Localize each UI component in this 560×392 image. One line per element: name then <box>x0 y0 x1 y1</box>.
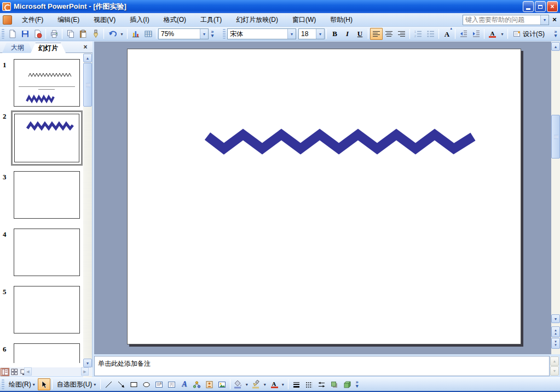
shadow-style-button[interactable] <box>328 378 340 390</box>
italic-button[interactable]: I <box>341 28 354 40</box>
panel-close-button[interactable]: × <box>82 43 89 51</box>
notes-pane[interactable]: 单击此处添加备注 <box>94 356 550 376</box>
toolbar-options-button[interactable]: » ▾ <box>552 27 559 40</box>
align-center-button[interactable] <box>383 28 395 40</box>
numbered-list-button[interactable]: 12 <box>412 28 424 40</box>
rectangle-tool-button[interactable] <box>128 378 140 390</box>
three-d-style-button[interactable] <box>340 378 353 390</box>
fill-color-button[interactable] <box>232 378 243 390</box>
next-slide-button[interactable]: ▼▼ <box>551 338 560 349</box>
bullet-list-button[interactable] <box>424 28 437 40</box>
tab-slides[interactable]: 幻灯片 <box>31 43 66 53</box>
copy-button[interactable] <box>64 28 77 40</box>
slide-sorter-view-button[interactable] <box>10 368 19 376</box>
wordart-button[interactable]: A <box>178 378 190 390</box>
slide-thumbnail-1[interactable] <box>14 59 80 107</box>
panel-hscroll-left-button[interactable]: ◀ <box>24 367 32 376</box>
restore-button[interactable] <box>535 1 546 12</box>
notes-scroll-down-button[interactable]: ▼ <box>550 366 559 376</box>
select-objects-button[interactable] <box>38 378 50 390</box>
fill-color-dropdown-button[interactable]: ▾ <box>243 378 250 390</box>
line-tool-button[interactable] <box>102 378 115 390</box>
menu-edit[interactable]: 编辑(E) <box>52 13 85 27</box>
decrease-indent-button[interactable] <box>457 28 470 40</box>
menu-format[interactable]: 格式(O) <box>158 13 192 27</box>
format-painter-button[interactable] <box>89 28 102 40</box>
toolbar-drag-handle[interactable] <box>2 379 4 389</box>
draw-menu-button[interactable]: 绘图(R) ▾ <box>6 379 38 390</box>
panel-scroll-down-button[interactable]: ▼ <box>83 359 92 367</box>
diagram-button[interactable] <box>190 378 203 390</box>
line-color-button[interactable] <box>250 378 261 390</box>
toolbar-drag-handle[interactable] <box>223 29 226 39</box>
zoom-dropdown-button[interactable]: ▾ <box>200 29 208 39</box>
notes-scroll-up-button[interactable]: ▲ <box>550 356 559 366</box>
slide-thumbnail-3[interactable] <box>14 171 80 219</box>
zigzag-shape[interactable] <box>204 122 478 160</box>
help-dropdown-button[interactable]: ▾ <box>540 15 549 25</box>
slide-thumbnail-5[interactable] <box>14 286 80 334</box>
font-name-dropdown-button[interactable]: ▾ <box>287 29 296 39</box>
menu-view[interactable]: 视图(V) <box>88 13 121 27</box>
permission-button[interactable] <box>31 28 44 40</box>
menu-window[interactable]: 窗口(W) <box>287 13 321 27</box>
increase-font-size-button[interactable]: A▲ <box>441 28 453 40</box>
font-name-combo[interactable]: 宋体 ▾ <box>227 28 296 39</box>
menu-tools[interactable]: 工具(T) <box>195 13 227 27</box>
slide-thumbnail-6[interactable] <box>14 343 80 363</box>
scrollbar-thumb[interactable] <box>551 115 560 159</box>
minimize-button[interactable] <box>523 1 534 12</box>
insert-clipart-button[interactable] <box>203 378 216 390</box>
toolbar-drag-handle[interactable] <box>2 29 4 39</box>
scroll-up-button[interactable]: ▲ <box>551 42 560 51</box>
oval-tool-button[interactable] <box>140 378 153 390</box>
scroll-down-button[interactable]: ▼ <box>551 314 560 323</box>
font-color-button[interactable]: A <box>268 378 279 390</box>
panel-hscroll-right-button[interactable]: ▶ <box>81 367 89 376</box>
slide-canvas[interactable] <box>127 49 521 344</box>
toolbar-options-button[interactable]: » ▾ <box>353 378 361 391</box>
line-style-button[interactable] <box>290 378 303 390</box>
panel-scrollbar-thumb[interactable] <box>83 63 92 107</box>
font-color-dropdown-button[interactable]: ▾ <box>279 378 286 390</box>
align-left-button[interactable] <box>370 28 383 40</box>
insert-picture-button[interactable] <box>216 378 228 390</box>
help-question-input[interactable]: 键入需要帮助的问题 ▾ <box>463 15 549 25</box>
dash-style-button[interactable] <box>303 378 315 390</box>
undo-button[interactable] <box>106 28 118 40</box>
normal-view-button[interactable] <box>1 368 9 376</box>
previous-slide-button[interactable]: ▲▲ <box>551 326 560 337</box>
panel-scroll-up-button[interactable]: ▲ <box>83 54 92 62</box>
vertical-text-box-button[interactable] <box>165 378 178 390</box>
menu-insert[interactable]: 插入(I) <box>124 13 154 27</box>
save-button[interactable] <box>19 28 31 40</box>
insert-table-button[interactable] <box>142 28 154 40</box>
paste-button[interactable] <box>77 28 89 40</box>
menu-help[interactable]: 帮助(H) <box>325 13 358 27</box>
font-size-dropdown-button[interactable]: ▾ <box>316 29 324 39</box>
arrow-tool-button[interactable] <box>115 378 128 390</box>
tab-outline[interactable]: 大纲 <box>2 43 33 53</box>
font-size-combo[interactable]: 18 ▾ <box>298 28 325 39</box>
arrow-style-button[interactable] <box>315 378 328 390</box>
line-color-dropdown-button[interactable]: ▾ <box>261 378 268 390</box>
font-color-dropdown-button[interactable]: ▾ <box>499 28 506 40</box>
insert-chart-button[interactable] <box>129 28 142 40</box>
align-right-button[interactable] <box>395 28 408 40</box>
bold-button[interactable]: B <box>328 28 341 40</box>
slide-thumbnail-4[interactable] <box>14 229 80 276</box>
new-document-button[interactable] <box>6 28 19 40</box>
text-box-button[interactable]: A <box>153 378 165 390</box>
slide-thumbnail-2-selected[interactable] <box>11 110 83 166</box>
zoom-combo[interactable]: 75% ▾ <box>158 28 209 39</box>
underline-button[interactable]: U <box>354 28 366 40</box>
print-button[interactable] <box>48 28 60 40</box>
autoshapes-menu-button[interactable]: 自选图形(U) ▾ <box>54 379 99 390</box>
undo-dropdown-button[interactable]: ▾ <box>118 28 125 40</box>
toolbar-options-button[interactable]: » ▾ <box>209 27 216 40</box>
increase-indent-button[interactable] <box>470 28 482 40</box>
menu-slideshow[interactable]: 幻灯片放映(D) <box>230 13 284 27</box>
font-color-button[interactable]: A <box>486 28 499 40</box>
design-button[interactable]: 设计(S) <box>510 28 547 40</box>
menu-file[interactable]: 文件(F) <box>16 13 49 27</box>
